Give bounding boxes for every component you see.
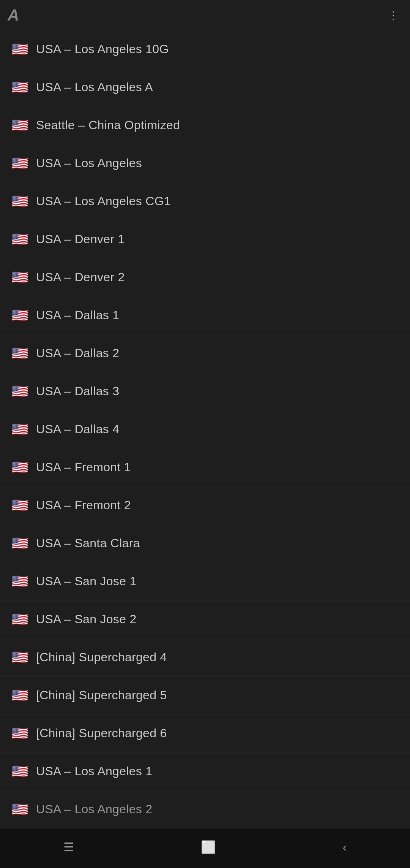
server-flag-icon: 🇺🇸 [11, 573, 28, 589]
server-name-label: USA – Los Angeles [36, 156, 142, 170]
server-flag-icon: 🇺🇸 [11, 725, 28, 741]
server-name-label: USA – Denver 2 [36, 270, 125, 284]
server-flag-icon: 🇺🇸 [11, 269, 28, 285]
server-name-label: USA – Dallas 2 [36, 346, 119, 360]
server-name-label: USA – Dallas 3 [36, 384, 119, 398]
server-flag-icon: 🇺🇸 [11, 763, 28, 779]
server-flag-icon: 🇺🇸 [11, 535, 28, 551]
server-list-item[interactable]: 🇺🇸USA – San Jose 2 [0, 600, 410, 638]
server-list-item[interactable]: 🇺🇸Seattle – China Optimized [0, 106, 410, 144]
app-header: A ⋮ [0, 0, 410, 30]
server-list-item[interactable]: 🇺🇸USA – Los Angeles [0, 144, 410, 182]
server-name-label: [China] Supercharged 5 [36, 688, 167, 702]
server-name-label: USA – Denver 1 [36, 232, 125, 246]
nav-back-icon[interactable]: ‹ [331, 836, 358, 858]
server-flag-icon: 🇺🇸 [11, 611, 28, 627]
server-list-item[interactable]: 🇺🇸[China] Supercharged 4 [0, 638, 410, 676]
server-flag-icon: 🇺🇸 [11, 231, 28, 247]
server-flag-icon: 🇺🇸 [11, 41, 28, 57]
server-list-item[interactable]: 🇺🇸USA – Denver 2 [0, 258, 410, 296]
server-list-item[interactable]: 🇺🇸USA – Los Angeles 10G [0, 30, 410, 68]
server-flag-icon: 🇺🇸 [11, 155, 28, 171]
server-name-label: USA – Los Angeles 10G [36, 42, 169, 56]
server-name-label: USA – San Jose 2 [36, 612, 137, 626]
server-list-item[interactable]: 🇺🇸USA – Denver 1 [0, 220, 410, 258]
server-list-item[interactable]: 🇺🇸[China] Supercharged 5 [0, 676, 410, 714]
server-list-item[interactable]: 🇺🇸USA – Dallas 3 [0, 372, 410, 410]
server-list: 🇺🇸USA – Los Angeles 10G🇺🇸USA – Los Angel… [0, 30, 410, 828]
server-list-item[interactable]: 🇺🇸USA – Dallas 4 [0, 410, 410, 448]
server-flag-icon: 🇺🇸 [11, 193, 28, 209]
server-name-label: USA – Los Angeles CG1 [36, 194, 171, 208]
server-name-label: USA – Dallas 4 [36, 422, 119, 436]
server-flag-icon: 🇺🇸 [11, 687, 28, 703]
server-name-label: USA – Los Angeles A [36, 80, 153, 94]
navigation-bar: ☰ ⬜ ‹ [0, 828, 410, 868]
server-list-item[interactable]: 🇺🇸USA – Fremont 1 [0, 448, 410, 486]
server-flag-icon: 🇺🇸 [11, 801, 28, 817]
server-name-label: [China] Supercharged 6 [36, 726, 167, 740]
server-name-label: [China] Supercharged 4 [36, 650, 167, 664]
server-list-item[interactable]: 🇺🇸USA – Los Angeles CG1 [0, 182, 410, 220]
server-list-item[interactable]: 🇺🇸USA – San Jose 1 [0, 562, 410, 600]
server-flag-icon: 🇺🇸 [11, 117, 28, 133]
server-flag-icon: 🇺🇸 [11, 383, 28, 399]
server-name-label: USA – San Jose 1 [36, 574, 137, 588]
app-logo: A [8, 6, 19, 24]
more-options-icon[interactable]: ⋮ [385, 6, 402, 25]
server-flag-icon: 🇺🇸 [11, 421, 28, 437]
server-flag-icon: 🇺🇸 [11, 79, 28, 95]
server-flag-icon: 🇺🇸 [11, 649, 28, 665]
server-list-item[interactable]: 🇺🇸USA – Santa Clara [0, 524, 410, 562]
server-list-item[interactable]: 🇺🇸USA – Dallas 1 [0, 296, 410, 334]
server-flag-icon: 🇺🇸 [11, 497, 28, 513]
server-name-label: Seattle – China Optimized [36, 118, 180, 132]
nav-menu-icon[interactable]: ☰ [52, 836, 86, 858]
server-flag-icon: 🇺🇸 [11, 459, 28, 475]
nav-home-icon[interactable]: ⬜ [189, 836, 227, 858]
server-name-label: USA – Los Angeles 1 [36, 764, 152, 778]
server-flag-icon: 🇺🇸 [11, 345, 28, 361]
server-name-label: USA – Fremont 2 [36, 498, 131, 512]
server-list-item[interactable]: 🇺🇸[China] Supercharged 6 [0, 714, 410, 752]
server-list-item[interactable]: 🇺🇸USA – Los Angeles 2 [0, 790, 410, 828]
server-name-label: USA – Fremont 1 [36, 460, 131, 474]
server-name-label: USA – Santa Clara [36, 536, 140, 550]
server-list-item[interactable]: 🇺🇸USA – Dallas 2 [0, 334, 410, 372]
server-name-label: USA – Los Angeles 2 [36, 802, 152, 816]
server-list-item[interactable]: 🇺🇸USA – Fremont 2 [0, 486, 410, 524]
header-left: A [8, 6, 19, 24]
server-flag-icon: 🇺🇸 [11, 307, 28, 323]
server-list-item[interactable]: 🇺🇸USA – Los Angeles 1 [0, 752, 410, 790]
server-name-label: USA – Dallas 1 [36, 308, 119, 322]
server-list-item[interactable]: 🇺🇸USA – Los Angeles A [0, 68, 410, 106]
